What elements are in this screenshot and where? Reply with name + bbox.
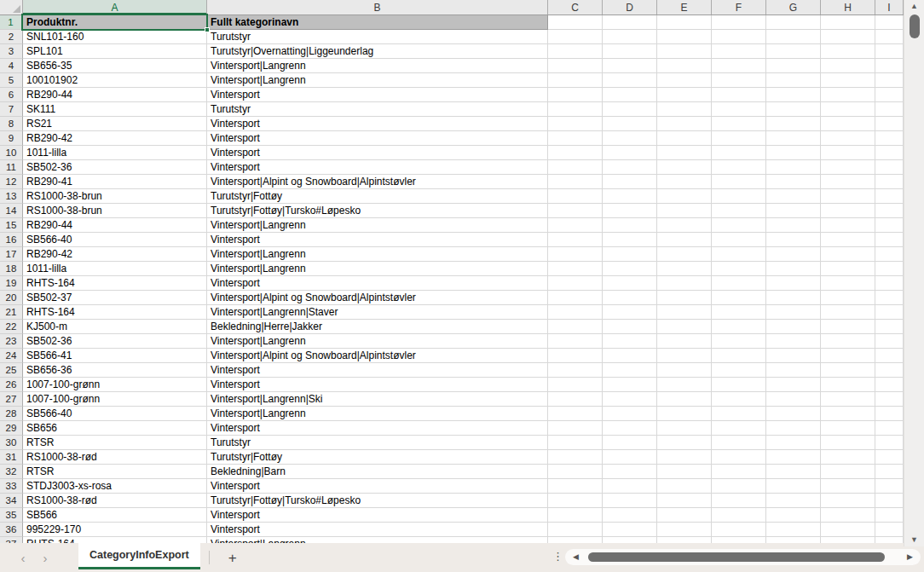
cell-G15[interactable] [766,218,821,233]
cell-B27[interactable]: Vintersport|Langrenn|Ski [207,392,548,407]
cell-F35[interactable] [712,508,766,523]
cell-F2[interactable] [712,30,766,44]
cell-H8[interactable] [821,117,875,131]
cell-I34[interactable] [875,494,904,508]
cell-C35[interactable] [548,508,603,523]
cell-A16[interactable]: SB566-40 [23,233,207,247]
row-header-21[interactable]: 21 [0,305,23,320]
cell-A3[interactable]: SPL101 [23,44,207,59]
cell-B3[interactable]: Turutstyr|Overnatting|Liggeunderlag [207,44,548,59]
cell-D26[interactable] [603,378,657,392]
cell-G6[interactable] [766,88,821,102]
scrollbar-resize-dots-icon[interactable]: ⋮ [552,551,563,562]
cell-G36[interactable] [766,523,821,537]
row-header-27[interactable]: 27 [0,392,23,407]
cell-B8[interactable]: Vintersport [207,117,548,131]
cell-A1[interactable]: Produktnr. [23,15,207,30]
cell-E23[interactable] [657,334,712,349]
cell-E35[interactable] [657,508,712,523]
cell-I22[interactable] [875,320,904,334]
cell-E7[interactable] [657,102,712,117]
cell-B10[interactable]: Vintersport [207,146,548,160]
cell-F14[interactable] [712,204,766,218]
column-header-H[interactable]: H [821,0,875,14]
cell-F24[interactable] [712,349,766,363]
cell-A37[interactable]: RHTS-164 [23,537,207,543]
cell-E12[interactable] [657,175,712,189]
cell-B23[interactable]: Vintersport|Langrenn [207,334,548,349]
cell-I33[interactable] [875,479,904,494]
cell-E6[interactable] [657,88,712,102]
cell-G17[interactable] [766,247,821,262]
cell-C34[interactable] [548,494,603,508]
cell-C19[interactable] [548,276,603,291]
cell-G28[interactable] [766,407,821,421]
row-header-17[interactable]: 17 [0,247,23,262]
vertical-scrollbar[interactable]: ▲ ▼ [904,0,924,546]
cell-D23[interactable] [603,334,657,349]
cell-D29[interactable] [603,421,657,436]
cell-F29[interactable] [712,421,766,436]
cell-A36[interactable]: 995229-170 [23,523,207,537]
cell-C3[interactable] [548,44,603,59]
cell-I17[interactable] [875,247,904,262]
row-header-34[interactable]: 34 [0,494,23,508]
cell-B35[interactable]: Vintersport [207,508,548,523]
cell-I9[interactable] [875,131,904,146]
row-header-32[interactable]: 32 [0,465,23,479]
cell-B30[interactable]: Turutstyr [207,436,548,450]
cell-E9[interactable] [657,131,712,146]
row-header-19[interactable]: 19 [0,276,23,291]
cell-E15[interactable] [657,218,712,233]
cell-F34[interactable] [712,494,766,508]
cell-A29[interactable]: SB656 [23,421,207,436]
cell-C8[interactable] [548,117,603,131]
cell-H23[interactable] [821,334,875,349]
cell-I8[interactable] [875,117,904,131]
cell-B18[interactable]: Vintersport|Langrenn [207,262,548,276]
row-header-8[interactable]: 8 [0,117,23,131]
cell-E14[interactable] [657,204,712,218]
row-header-31[interactable]: 31 [0,450,23,465]
cell-F27[interactable] [712,392,766,407]
column-header-C[interactable]: C [548,0,603,14]
cell-B12[interactable]: Vintersport|Alpint og Snowboard|Alpintst… [207,175,548,189]
cell-C30[interactable] [548,436,603,450]
cell-F23[interactable] [712,334,766,349]
cell-C24[interactable] [548,349,603,363]
cell-D35[interactable] [603,508,657,523]
cell-B1[interactable]: Fullt kategorinavn [207,15,548,30]
cell-F17[interactable] [712,247,766,262]
cell-H14[interactable] [821,204,875,218]
cell-C12[interactable] [548,175,603,189]
cell-G5[interactable] [766,73,821,88]
previous-sheet-icon[interactable]: ‹ [12,551,34,565]
cell-I32[interactable] [875,465,904,479]
cell-F3[interactable] [712,44,766,59]
cell-A33[interactable]: STDJ3003-xs-rosa [23,479,207,494]
cell-A11[interactable]: SB502-36 [23,160,207,175]
cell-B19[interactable]: Vintersport [207,276,548,291]
cell-E26[interactable] [657,378,712,392]
cell-E13[interactable] [657,189,712,204]
cell-D30[interactable] [603,436,657,450]
cell-F18[interactable] [712,262,766,276]
cell-H28[interactable] [821,407,875,421]
cell-B2[interactable]: Turutstyr [207,30,548,44]
row-header-2[interactable]: 2 [0,30,23,44]
cell-I35[interactable] [875,508,904,523]
cell-F11[interactable] [712,160,766,175]
cell-H9[interactable] [821,131,875,146]
row-header-1[interactable]: 1 [0,15,23,30]
cell-G32[interactable] [766,465,821,479]
row-header-33[interactable]: 33 [0,479,23,494]
cell-H21[interactable] [821,305,875,320]
cell-D17[interactable] [603,247,657,262]
row-header-11[interactable]: 11 [0,160,23,175]
cell-G26[interactable] [766,378,821,392]
cell-D22[interactable] [603,320,657,334]
cell-D27[interactable] [603,392,657,407]
cell-H15[interactable] [821,218,875,233]
add-sheet-button[interactable]: + [228,551,237,565]
cell-H12[interactable] [821,175,875,189]
